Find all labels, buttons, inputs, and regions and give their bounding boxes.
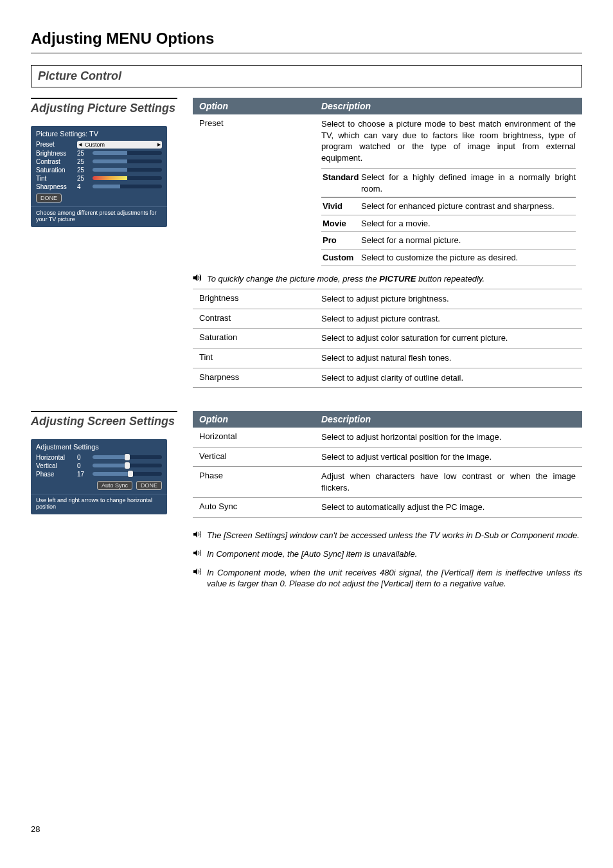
osd-vertical-label: Vertical	[36, 462, 73, 469]
preset-vivid-k: Vivid	[321, 201, 361, 212]
opt-vertical: Vertical	[193, 451, 315, 461]
osd-vertical-slider[interactable]	[93, 462, 162, 469]
osd-contrast-value: 25	[77, 158, 89, 165]
osd-title: Picture Settings: TV	[31, 126, 167, 140]
osd-vertical-value: 0	[77, 462, 89, 469]
speaker-icon	[193, 549, 203, 559]
osd-brightness-label: Brightness	[36, 150, 73, 157]
speaker-icon	[193, 530, 203, 540]
osd-brightness-slider[interactable]	[93, 150, 162, 156]
osd-done-button[interactable]: DONE	[36, 194, 62, 203]
table-row: Vertical Select to adjust vertical posit…	[193, 448, 582, 467]
adjusting-picture-heading: Adjusting Picture Settings	[31, 98, 177, 116]
osd-horizontal-slider[interactable]	[93, 454, 162, 460]
preset-movie-v: Select for a movie.	[361, 218, 576, 230]
preset-standard-k: Standard	[321, 172, 361, 194]
preset-pro-k: Pro	[321, 235, 361, 246]
osd-tint-slider[interactable]	[93, 175, 162, 181]
table-row: Tint Select to adjust natural flesh tone…	[193, 348, 582, 368]
table-row: Sharpness Select to adjust clarity of ou…	[193, 368, 582, 388]
osd-saturation-slider[interactable]	[93, 167, 162, 173]
preset-custom-v: Select to customize the picture as desir…	[361, 252, 576, 264]
desc-brightness: Select to adjust picture brightness.	[315, 293, 582, 305]
preset-standard-v: Select for a highly defined image in a n…	[361, 172, 576, 194]
osd-brightness-value: 25	[77, 150, 89, 157]
title-rule	[31, 53, 582, 53]
desc-phase: Adjust when characters have low contrast…	[315, 471, 582, 493]
desc-vertical: Select to adjust vertical position for t…	[315, 451, 582, 463]
note-3: In Component mode, when the unit receive…	[207, 568, 582, 590]
preset-custom-k: Custom	[321, 252, 361, 264]
desc-sharpness: Select to adjust clarity of outline deta…	[315, 372, 582, 384]
desc-tint: Select to adjust natural flesh tones.	[315, 352, 582, 364]
osd-title: Adjustment Settings	[31, 439, 167, 453]
opt-autosync: Auto Sync	[193, 502, 315, 511]
osd-contrast-label: Contrast	[36, 158, 73, 165]
adjustment-settings-osd: Adjustment Settings Horizontal 0 Vertica…	[31, 439, 167, 515]
opt-horizontal: Horizontal	[193, 431, 315, 441]
osd-help-text: Choose among different preset adjustment…	[31, 206, 167, 228]
chevron-right-icon: ▶	[157, 142, 161, 147]
osd-done-button[interactable]: DONE	[136, 481, 162, 490]
opt-preset: Preset	[193, 118, 315, 128]
header-option: Option	[193, 411, 315, 428]
osd-sharpness-slider[interactable]	[93, 183, 162, 190]
adjusting-screen-heading: Adjusting Screen Settings	[31, 411, 177, 429]
osd-horizontal-value: 0	[77, 454, 89, 461]
desc-horizontal: Select to adjust horizontal position for…	[315, 431, 582, 443]
table-row: Brightness Select to adjust picture brig…	[193, 289, 582, 309]
osd-horizontal-label: Horizontal	[36, 454, 73, 461]
speaker-icon	[193, 274, 203, 284]
picture-note: To quickly change the picture mode, pres…	[207, 274, 582, 285]
osd-preset-value: Custom	[85, 141, 105, 148]
opt-brightness: Brightness	[193, 293, 315, 303]
header-option: Option	[193, 98, 315, 114]
note-2: In Component mode, the [Auto Sync] item …	[207, 549, 582, 560]
section-heading: Picture Control	[31, 65, 582, 87]
opt-saturation: Saturation	[193, 332, 315, 342]
page-title: Adjusting MENU Options	[31, 30, 582, 48]
speaker-icon	[193, 568, 203, 577]
table-row: Contrast Select to adjust picture contra…	[193, 309, 582, 329]
page-number: 28	[0, 824, 613, 847]
osd-tint-value: 25	[77, 175, 89, 182]
opt-phase: Phase	[193, 471, 315, 480]
osd-preset-label: Preset	[36, 141, 73, 148]
osd-preset-select[interactable]: ◀ Custom ▶	[77, 141, 162, 149]
note-1: The [Screen Settings] window can't be ac…	[207, 530, 582, 541]
osd-phase-value: 17	[77, 471, 89, 478]
osd-saturation-label: Saturation	[36, 167, 73, 174]
opt-sharpness: Sharpness	[193, 372, 315, 382]
table-row: Phase Adjust when characters have low co…	[193, 467, 582, 498]
table-row: Horizontal Select to adjust horizontal p…	[193, 428, 582, 448]
preset-movie-k: Movie	[321, 218, 361, 230]
osd-autosync-button[interactable]: Auto Sync	[97, 481, 132, 490]
osd-phase-label: Phase	[36, 471, 73, 478]
desc-contrast: Select to adjust picture contrast.	[315, 313, 582, 325]
preset-pro-v: Select for a normal picture.	[361, 235, 576, 246]
osd-contrast-slider[interactable]	[93, 158, 162, 165]
opt-contrast: Contrast	[193, 313, 315, 323]
chevron-left-icon: ◀	[78, 142, 82, 147]
preset-vivid-v: Select for enhanced picture contrast and…	[361, 201, 576, 212]
osd-phase-slider[interactable]	[93, 471, 162, 477]
desc-preset: Select to choose a picture mode to best …	[321, 118, 576, 163]
desc-autosync: Select to automatically adjust the PC im…	[315, 502, 582, 513]
table-row: Preset Select to choose a picture mode t…	[193, 114, 582, 270]
table-row: Saturation Select to adjust color satura…	[193, 329, 582, 348]
screen-table-header: Option Description	[193, 411, 582, 428]
opt-tint: Tint	[193, 352, 315, 362]
header-description: Description	[315, 411, 582, 428]
desc-saturation: Select to adjust color saturation for cu…	[315, 332, 582, 344]
osd-help-text: Use left and right arrows to change hori…	[31, 494, 167, 515]
table-row: Auto Sync Select to automatically adjust…	[193, 498, 582, 518]
osd-sharpness-value: 4	[77, 183, 89, 190]
osd-sharpness-label: Sharpness	[36, 183, 73, 190]
header-description: Description	[315, 98, 582, 114]
osd-saturation-value: 25	[77, 167, 89, 174]
picture-settings-osd: Picture Settings: TV Preset ◀ Custom ▶ B…	[31, 126, 167, 228]
osd-tint-label: Tint	[36, 175, 73, 182]
picture-table-header: Option Description	[193, 98, 582, 114]
